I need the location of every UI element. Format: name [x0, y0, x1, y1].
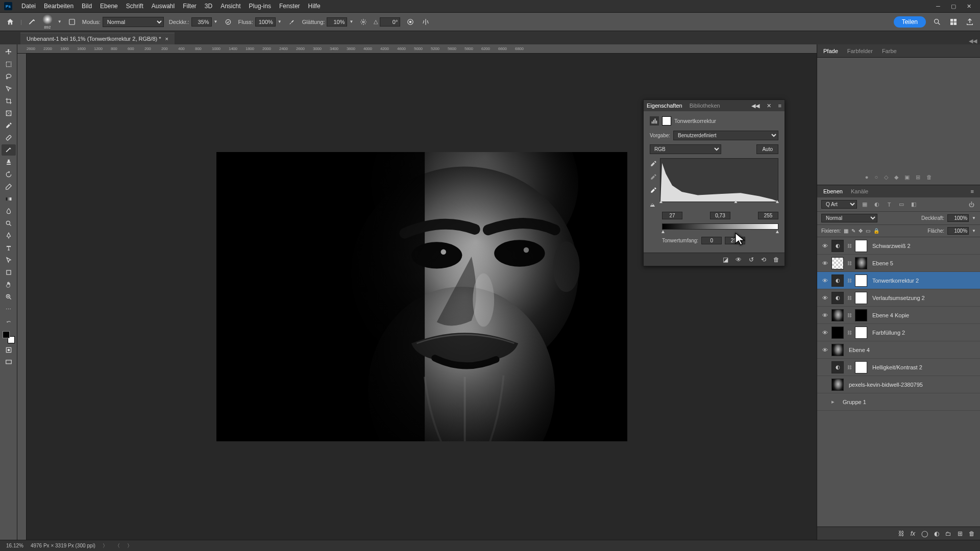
hand-tool-icon[interactable]	[2, 279, 16, 290]
mask-thumb-icon[interactable]	[662, 116, 671, 126]
add-mask-icon[interactable]: ◯	[921, 530, 928, 537]
blend-mode-select[interactable]: Normal	[821, 214, 877, 222]
layer-mask-thumb[interactable]	[855, 361, 867, 373]
zoom-level-label[interactable]: 16.12%	[6, 543, 23, 548]
histogram[interactable]: ▲ ▲ ▲	[660, 158, 778, 202]
layer-fx-icon[interactable]: fx	[911, 530, 915, 537]
menu-fenster[interactable]: Fenster	[275, 3, 304, 10]
layer-row[interactable]: 👁⛓Ebene 5	[817, 255, 980, 272]
output-black-field[interactable]	[701, 237, 722, 244]
layer-row[interactable]: 👁⛓Ebene 4 Kopie	[817, 307, 980, 324]
new-layer-icon[interactable]: ⊞	[958, 530, 963, 537]
new-path-icon[interactable]: ⊞	[916, 174, 920, 181]
layer-visibility-icon[interactable]: 👁	[821, 278, 828, 284]
move-tool-icon[interactable]	[2, 46, 16, 58]
menu-bild[interactable]: Bild	[78, 3, 96, 10]
layer-visibility-icon[interactable]: 👁	[821, 295, 828, 301]
brush-tool-icon[interactable]	[27, 17, 37, 27]
shape-tool-icon[interactable]	[2, 267, 16, 278]
channel-select[interactable]: RGB	[650, 144, 721, 154]
filter-pixel-icon[interactable]: ▦	[860, 200, 869, 209]
group-expand-icon[interactable]: ▸	[831, 398, 838, 405]
layer-thumb[interactable]: ◐	[831, 240, 844, 252]
collapse-panels-icon[interactable]: ◀◀	[969, 38, 980, 44]
layer-name[interactable]: pexels-kevin-bidwell-2380795	[847, 382, 976, 388]
brush-tool-icon[interactable]	[2, 144, 16, 156]
path-select-tool-icon[interactable]	[2, 255, 16, 266]
layer-link-icon[interactable]: ⛓	[847, 330, 852, 335]
fill-input[interactable]	[947, 227, 969, 235]
layer-mask-thumb[interactable]	[855, 240, 867, 252]
layer-row[interactable]: 👁◐⛓Verlaufsumsetzung 2	[817, 289, 980, 307]
layer-link-icon[interactable]: ⛓	[847, 365, 852, 370]
eraser-tool-icon[interactable]	[2, 181, 16, 192]
angle-input[interactable]	[380, 17, 400, 27]
workspace-icon[interactable]	[948, 17, 959, 27]
layer-mask-thumb[interactable]	[855, 309, 867, 321]
symmetry-icon[interactable]	[421, 17, 431, 27]
layer-link-icon[interactable]: ⛓	[847, 261, 852, 266]
tab-swatches[interactable]: Farbfelder	[847, 48, 873, 54]
layer-name[interactable]: Ebene 5	[870, 260, 976, 266]
chevron-down-icon[interactable]: ▼	[278, 19, 282, 24]
output-black-slider[interactable]: ▲	[660, 229, 666, 234]
quick-mask-icon[interactable]	[2, 344, 16, 356]
path-stroke-icon[interactable]: ○	[875, 174, 878, 181]
layer-opacity-input[interactable]	[947, 214, 969, 222]
blend-mode-select[interactable]: Normal	[103, 17, 164, 27]
layer-visibility-icon[interactable]: 👁	[821, 347, 828, 353]
zoom-tool-icon[interactable]	[2, 291, 16, 303]
share-export-icon[interactable]	[965, 17, 975, 27]
crop-tool-icon[interactable]	[2, 95, 16, 107]
lasso-tool-icon[interactable]	[2, 71, 16, 82]
brush-preview-icon[interactable]	[42, 14, 53, 24]
frame-tool-icon[interactable]	[2, 108, 16, 119]
status-nav-left-icon[interactable]: 〈	[115, 542, 120, 549]
menu-schrift[interactable]: Schrift	[122, 3, 148, 10]
stamp-tool-icon[interactable]	[2, 157, 16, 168]
layer-name[interactable]: Gruppe 1	[841, 399, 976, 405]
home-icon[interactable]	[5, 17, 15, 27]
menu-bearbeiten[interactable]: Bearbeiten	[40, 3, 78, 10]
layer-name[interactable]: Tonwertkorrektur 2	[870, 278, 976, 284]
layer-thumb[interactable]	[831, 309, 844, 321]
output-white-slider[interactable]: ▲	[775, 229, 780, 234]
toggle-visibility-icon[interactable]: 👁	[736, 256, 742, 263]
layer-name[interactable]: Verlaufsumsetzung 2	[870, 295, 976, 301]
reset-default-icon[interactable]: ⟲	[761, 256, 766, 263]
layer-thumb[interactable]	[831, 344, 844, 356]
dodge-tool-icon[interactable]	[2, 218, 16, 229]
menu-ebene[interactable]: Ebene	[96, 3, 122, 10]
flow-input[interactable]	[255, 17, 276, 27]
pressure-opacity-icon[interactable]	[223, 17, 233, 27]
output-white-field[interactable]	[725, 237, 745, 244]
eyedropper-white-icon[interactable]	[650, 187, 657, 195]
panel-menu-icon[interactable]: ≡	[778, 103, 781, 109]
filter-shape-icon[interactable]: ▭	[897, 200, 906, 209]
layer-visibility-icon[interactable]: 👁	[821, 312, 828, 318]
tab-channels[interactable]: Kanäle	[851, 188, 868, 194]
lock-position-icon[interactable]: ✥	[859, 228, 863, 234]
screen-mode-icon[interactable]	[2, 357, 16, 368]
close-panel-icon[interactable]: ✕	[767, 103, 771, 109]
status-chevron-icon[interactable]: 〉	[103, 542, 108, 549]
layer-mask-thumb[interactable]	[855, 327, 867, 339]
layer-link-icon[interactable]: ⛓	[847, 278, 852, 283]
menu-auswahl[interactable]: Auswahl	[148, 3, 179, 10]
menu-hilfe[interactable]: Hilfe	[304, 3, 325, 10]
layer-row[interactable]: pexels-kevin-bidwell-2380795	[817, 376, 980, 393]
layer-thumb[interactable]: ◐	[831, 361, 844, 373]
pen-tool-icon[interactable]	[2, 230, 16, 241]
panel-menu-icon[interactable]: ≡	[971, 188, 974, 194]
delete-layer-icon[interactable]: 🗑	[969, 530, 975, 537]
smoothing-input[interactable]	[327, 17, 347, 27]
menu-filter[interactable]: Filter	[179, 3, 201, 10]
layer-thumb[interactable]	[831, 327, 844, 339]
layer-visibility-icon[interactable]: 👁	[821, 243, 828, 249]
layer-thumb[interactable]: ◐	[831, 292, 844, 304]
delete-path-icon[interactable]: 🗑	[926, 174, 932, 181]
layer-thumb[interactable]	[831, 257, 844, 269]
window-minimize-icon[interactable]: ─	[931, 1, 945, 11]
tab-properties[interactable]: Eigenschaften	[647, 103, 682, 109]
swap-colors-icon[interactable]: ⤺	[2, 316, 16, 327]
